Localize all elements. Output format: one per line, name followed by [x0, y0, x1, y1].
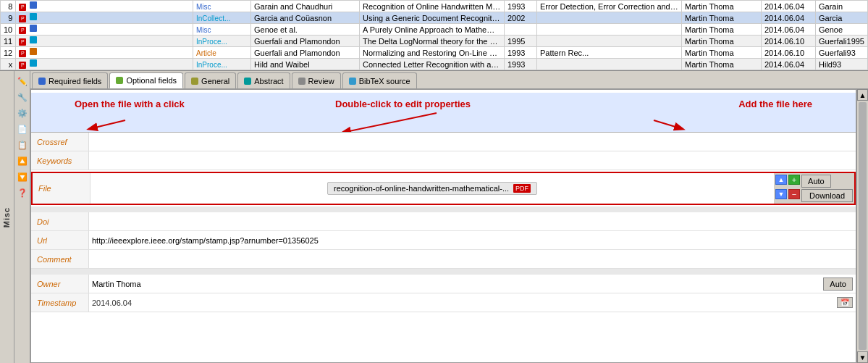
- download-side-icon[interactable]: 🔽: [16, 170, 29, 183]
- row-owner: Genoe: [816, 24, 868, 36]
- row-owner: Hild93: [816, 59, 868, 70]
- comment-value[interactable]: [89, 251, 856, 267]
- tab-required-fields[interactable]: Required fields: [32, 72, 108, 88]
- crossref-label: Crossref: [31, 133, 89, 151]
- tab-bibtex-source[interactable]: BibTeX source: [342, 72, 417, 88]
- tools-icon[interactable]: 🔧: [16, 91, 29, 104]
- table-row[interactable]: 12 P Article Guerfali and Plamondon Norm…: [1, 47, 868, 59]
- settings-icon[interactable]: ⚙️: [16, 107, 29, 120]
- tab-dot: [38, 78, 46, 85]
- tab-dot: [349, 78, 356, 85]
- reference-table: 8 P Misc Garain and Chaudhuri Recognitio…: [0, 0, 868, 70]
- doi-value[interactable]: [89, 214, 856, 230]
- upload-icon[interactable]: 🔼: [16, 154, 29, 167]
- tab-dot: [298, 78, 306, 85]
- double-click-annotation: Double-click to edit properties: [335, 99, 471, 109]
- side-label-text: Misc: [3, 206, 12, 227]
- file-move-up-button[interactable]: ▲: [775, 175, 787, 185]
- tab-content: Open the file with a click Double-click …: [30, 89, 856, 363]
- row-submitter: Martin Thoma: [682, 1, 762, 12]
- table-row[interactable]: 11 P InProce... Guerfali and Plamondon T…: [1, 36, 868, 47]
- owner-label: Owner: [31, 275, 89, 293]
- keywords-value[interactable]: [89, 153, 856, 169]
- tab-optional-fields[interactable]: Optional fields: [109, 72, 183, 88]
- row-title: The Delta LogNormal theory for the gener…: [360, 36, 505, 47]
- tab-abstract[interactable]: Abstract: [237, 72, 290, 88]
- row-owner: Garcia: [816, 12, 868, 24]
- pdf-icon[interactable]: 📄: [16, 122, 29, 135]
- row-number: 8: [1, 1, 16, 12]
- keywords-input[interactable]: [92, 157, 853, 165]
- doi-input[interactable]: [92, 217, 853, 226]
- tab-review[interactable]: Review: [292, 72, 341, 88]
- file-controls: ▲ + Auto ▼ − Download: [774, 173, 854, 204]
- book-icon[interactable]: 📋: [16, 138, 29, 151]
- url-value[interactable]: [89, 233, 856, 249]
- help-icon[interactable]: ❓: [16, 186, 29, 199]
- scrollbar[interactable]: ▲ ▼: [856, 89, 868, 363]
- tab-general[interactable]: General: [185, 72, 236, 88]
- timestamp-value-cell: 2014.06.04 📅: [89, 295, 856, 311]
- row-date: 2014.06.10: [762, 47, 816, 59]
- annotation-area: Open the file with a click Double-click …: [31, 93, 856, 133]
- table-row[interactable]: 9 P InCollect... Garcia and Coüasnon Usi…: [1, 12, 868, 24]
- row-submitter: Martin Thoma: [682, 36, 762, 47]
- row-submitter: Martin Thoma: [682, 12, 762, 24]
- row-title: Recognition of Online Handwritten Mathem…: [360, 1, 505, 12]
- edit-icon[interactable]: ✏️: [16, 75, 29, 88]
- url-label: Url: [31, 231, 89, 249]
- file-auto-button[interactable]: Auto: [801, 175, 831, 188]
- row-date: 2014.06.04: [762, 1, 816, 12]
- owner-auto-button[interactable]: Auto: [823, 278, 853, 291]
- file-move-down-button[interactable]: ▼: [775, 189, 787, 199]
- row-year: 1993: [505, 1, 537, 12]
- row-title: A Purely Online Approach to Mathematical…: [360, 24, 505, 36]
- table-row[interactable]: x P InProce... Hild and Waibel Connected…: [1, 59, 868, 70]
- row-author: Guerfali and Plamondon: [251, 47, 360, 59]
- tab-dot: [244, 78, 251, 85]
- row-journal: [537, 12, 682, 24]
- row-number: x: [1, 59, 16, 70]
- download-button[interactable]: Download: [801, 189, 853, 202]
- svg-line-0: [89, 120, 125, 129]
- row-title: Connected Letter Recognition with a Mult…: [360, 59, 505, 70]
- file-badge[interactable]: recognition-of-online-handwritten-mathem…: [327, 182, 537, 195]
- tab-label: General: [201, 77, 229, 85]
- tab-dot: [116, 77, 123, 84]
- keywords-row: Keywords: [31, 151, 856, 170]
- row-journal: [537, 24, 682, 36]
- file-name: recognition-of-online-handwritten-mathem…: [334, 184, 509, 193]
- row-submitter: Martin Thoma: [682, 47, 762, 59]
- row-icons: P: [16, 36, 193, 47]
- comment-label: Comment: [31, 250, 89, 268]
- row-date: 2014.06.04: [762, 59, 816, 70]
- file-label: File: [33, 173, 90, 204]
- file-value-cell[interactable]: recognition-of-online-handwritten-mathem…: [90, 173, 774, 204]
- scroll-down-button[interactable]: ▼: [857, 351, 868, 363]
- row-owner: Garain: [816, 1, 868, 12]
- table-row[interactable]: 10 P Misc Genoe et al. A Purely Online A…: [1, 24, 868, 36]
- row-journal: [537, 36, 682, 47]
- table-row[interactable]: 8 P Misc Garain and Chaudhuri Recognitio…: [1, 1, 868, 12]
- separator2: [31, 269, 856, 275]
- row-submitter: Martin Thoma: [682, 24, 762, 36]
- scroll-up-button[interactable]: ▲: [857, 89, 868, 101]
- calendar-button[interactable]: 📅: [837, 297, 853, 308]
- row-type: Misc: [193, 24, 251, 36]
- scroll-thumb[interactable]: [859, 102, 867, 350]
- row-author: Hild and Waibel: [251, 59, 360, 70]
- file-remove-button[interactable]: −: [788, 189, 800, 199]
- row-author: Garain and Chaudhuri: [251, 1, 360, 12]
- owner-value-cell: Martin Thoma Auto: [89, 276, 856, 292]
- crossref-value[interactable]: [89, 134, 856, 150]
- row-icons: P: [16, 59, 193, 70]
- row-type: Article: [193, 47, 251, 59]
- row-type: InCollect...: [193, 12, 251, 24]
- crossref-input[interactable]: [92, 138, 853, 146]
- svg-line-1: [342, 113, 437, 132]
- row-icons: P: [16, 47, 193, 59]
- row-number: 10: [1, 24, 16, 36]
- file-add-button[interactable]: +: [788, 175, 800, 185]
- comment-input[interactable]: [92, 255, 853, 264]
- url-input[interactable]: [92, 236, 853, 245]
